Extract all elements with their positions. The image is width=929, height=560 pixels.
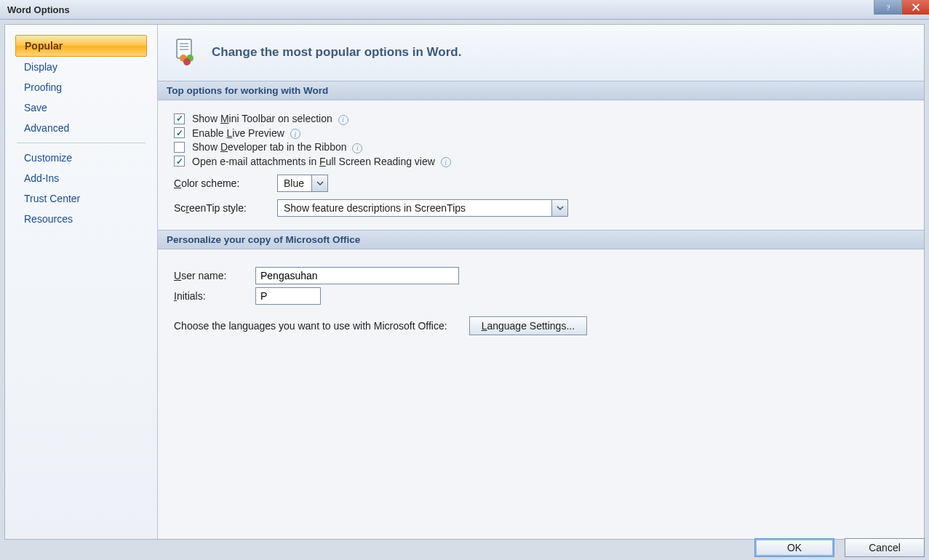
- svg-point-7: [183, 58, 191, 65]
- checkbox-label: Enable Live Preview i: [192, 127, 300, 140]
- color-scheme-row: Color scheme: Blue: [174, 175, 908, 192]
- page-heading: Change the most popular options in Word.: [212, 45, 461, 60]
- sidebar-item-label: Resources: [24, 213, 73, 225]
- language-row: Choose the languages you want to use wit…: [174, 316, 908, 335]
- screentip-style-label: ScreenTip style:: [174, 202, 268, 214]
- sidebar-item-resources[interactable]: Resources: [15, 209, 147, 229]
- dialog-footer: OK Cancel: [754, 538, 925, 557]
- sidebar-separator: [17, 143, 145, 143]
- sidebar-item-advanced[interactable]: Advanced: [15, 118, 147, 138]
- chevron-down-icon: [551, 200, 567, 216]
- help-button[interactable]: ?: [874, 0, 901, 15]
- checkbox-full-screen-reading[interactable]: Open e-mail attachments in Full Screen R…: [174, 156, 908, 168]
- window-buttons: ?: [874, 0, 929, 15]
- sidebar: Popular Display Proofing Save Advanced C…: [5, 25, 158, 539]
- info-icon[interactable]: i: [441, 157, 451, 167]
- screentip-style-dropdown[interactable]: Show feature descriptions in ScreenTips: [277, 199, 568, 217]
- section-title-top-options: Top options for working with Word: [158, 81, 924, 100]
- sidebar-item-proofing[interactable]: Proofing: [15, 77, 147, 97]
- checkbox-icon: [174, 113, 185, 124]
- section-body-personalize: User name: Initials: Choose the language…: [158, 249, 924, 348]
- checkbox-developer-tab[interactable]: Show Developer tab in the Ribbon i: [174, 141, 908, 153]
- checkbox-mini-toolbar[interactable]: Show Mini Toolbar on selection i: [174, 113, 908, 125]
- username-input[interactable]: [255, 267, 459, 284]
- initials-input[interactable]: [255, 287, 321, 305]
- initials-label: Initials:: [174, 290, 247, 302]
- info-icon[interactable]: i: [352, 143, 362, 153]
- sidebar-item-label: Save: [24, 102, 47, 113]
- sidebar-item-label: Advanced: [24, 122, 69, 134]
- sidebar-item-label: Trust Center: [24, 193, 80, 204]
- sidebar-item-save[interactable]: Save: [15, 97, 147, 118]
- section-body-top-options: Show Mini Toolbar on selection i Enable …: [158, 100, 924, 230]
- checkbox-icon: [174, 142, 185, 153]
- language-settings-button[interactable]: Language Settings...: [469, 316, 587, 335]
- checkbox-icon: [174, 127, 185, 138]
- cancel-button[interactable]: Cancel: [845, 538, 925, 557]
- sidebar-item-label: Customize: [24, 152, 72, 164]
- dropdown-value: Blue: [284, 177, 311, 189]
- close-button[interactable]: [901, 0, 929, 15]
- content-pane: Change the most popular options in Word.…: [158, 25, 924, 539]
- language-prompt: Choose the languages you want to use wit…: [174, 320, 447, 332]
- info-icon[interactable]: i: [290, 129, 300, 139]
- sidebar-item-customize[interactable]: Customize: [15, 148, 147, 168]
- titlebar: Word Options ?: [0, 0, 929, 20]
- sidebar-item-addins[interactable]: Add-Ins: [15, 168, 147, 188]
- checkbox-icon: [174, 156, 185, 167]
- info-icon[interactable]: i: [338, 115, 348, 125]
- checkbox-label: Open e-mail attachments in Full Screen R…: [192, 156, 451, 168]
- initials-row: Initials:: [174, 287, 908, 305]
- window-title: Word Options: [7, 4, 70, 15]
- chevron-down-icon: [311, 175, 327, 191]
- ok-button[interactable]: OK: [754, 538, 834, 557]
- username-label: User name:: [174, 270, 247, 281]
- username-row: User name:: [174, 267, 908, 284]
- options-icon: [172, 36, 202, 68]
- color-scheme-dropdown[interactable]: Blue: [277, 175, 328, 192]
- sidebar-item-label: Popular: [25, 40, 63, 52]
- sidebar-item-trust-center[interactable]: Trust Center: [15, 188, 147, 209]
- dropdown-value: Show feature descriptions in ScreenTips: [284, 202, 551, 214]
- section-title-personalize: Personalize your copy of Microsoft Offic…: [158, 230, 924, 249]
- sidebar-item-label: Add-Ins: [24, 172, 59, 184]
- screentip-style-row: ScreenTip style: Show feature descriptio…: [174, 199, 908, 217]
- checkbox-live-preview[interactable]: Enable Live Preview i: [174, 127, 908, 140]
- svg-text:?: ?: [886, 4, 890, 12]
- checkbox-label: Show Developer tab in the Ribbon i: [192, 141, 362, 153]
- sidebar-item-popular[interactable]: Popular: [15, 35, 147, 57]
- page-heading-row: Change the most popular options in Word.: [158, 25, 924, 81]
- sidebar-item-label: Proofing: [24, 81, 62, 93]
- sidebar-item-display[interactable]: Display: [15, 57, 147, 77]
- checkbox-label: Show Mini Toolbar on selection i: [192, 113, 348, 125]
- sidebar-item-label: Display: [24, 61, 57, 73]
- dialog-body: Popular Display Proofing Save Advanced C…: [4, 24, 925, 540]
- color-scheme-label: Color scheme:: [174, 177, 268, 189]
